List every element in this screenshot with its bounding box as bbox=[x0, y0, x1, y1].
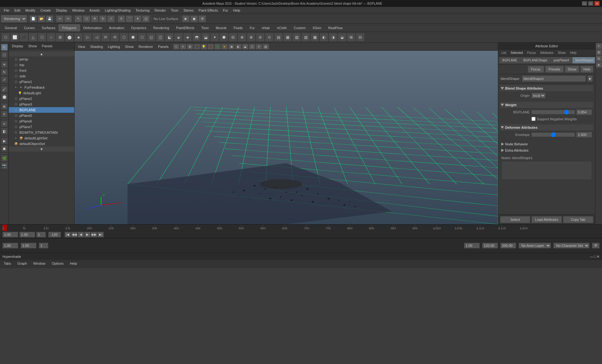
icon-mesh-28[interactable]: ⊗ bbox=[247, 33, 256, 42]
redo-btn[interactable]: ↪ bbox=[64, 15, 72, 22]
vp-icon-shade6[interactable]: ◒ bbox=[242, 44, 248, 49]
attr-tab-selected[interactable]: Selected bbox=[509, 50, 525, 55]
icon-mesh-27[interactable]: ⊕ bbox=[238, 33, 246, 42]
tab-animation[interactable]: Animation bbox=[106, 24, 128, 31]
icon-mesh-17[interactable]: ◱ bbox=[147, 33, 156, 42]
vp-icon-shade1[interactable]: ● bbox=[208, 44, 214, 49]
status-range-end[interactable] bbox=[482, 243, 498, 248]
vp-icon-shade2[interactable]: ● bbox=[214, 44, 221, 49]
icon-mesh-23[interactable]: ⬓ bbox=[201, 33, 210, 42]
icon-mesh-26[interactable]: ⊟ bbox=[229, 33, 237, 42]
vp-icon-grid[interactable]: # bbox=[256, 44, 262, 49]
tab-fur[interactable]: Fur bbox=[246, 24, 258, 31]
play-start-btn[interactable]: |◀ bbox=[65, 232, 71, 237]
tool-snap[interactable]: # bbox=[1, 111, 8, 117]
icon-mesh-22[interactable]: ⬒ bbox=[192, 33, 201, 42]
tab-dynamics[interactable]: Dynamics bbox=[128, 24, 150, 31]
icon-mesh-11[interactable]: ◁ bbox=[92, 33, 101, 42]
far-right-btn-2[interactable]: ⊞ bbox=[596, 49, 602, 55]
menu-edit[interactable]: Edit bbox=[12, 8, 23, 13]
node-tab-blendshape1[interactable]: blendShape1 bbox=[573, 57, 595, 63]
outliner-item-bgplane[interactable]: ⬡ BGPLANE bbox=[9, 107, 74, 113]
icon-mesh-4[interactable]: △ bbox=[29, 33, 37, 42]
node-tab-bgplaneshape[interactable]: BGPLANEShape bbox=[520, 57, 550, 63]
load-attributes-button[interactable]: Load Attributes bbox=[531, 216, 562, 223]
tab-general[interactable]: General bbox=[1, 24, 20, 31]
extra-attributes-row[interactable]: Extra Attributes bbox=[500, 147, 593, 153]
snap-curve-btn[interactable]: ⌒ bbox=[126, 15, 133, 22]
status-time1[interactable] bbox=[3, 243, 18, 248]
menu-texturing[interactable]: Texturing bbox=[133, 8, 152, 13]
icon-display-3[interactable]: ◒ bbox=[338, 33, 346, 42]
status-range-start[interactable] bbox=[464, 243, 480, 248]
status-settings-btn[interactable]: ⚙ bbox=[592, 243, 599, 248]
tool-ipr[interactable]: ◼ bbox=[1, 145, 8, 152]
tab-nhair[interactable]: nHair bbox=[258, 24, 273, 31]
render-btn[interactable]: ▶ bbox=[182, 15, 190, 22]
viewport-canvas[interactable]: X Y Z bbox=[75, 51, 498, 224]
tab-deformation[interactable]: Deformation bbox=[80, 24, 106, 31]
icon-mesh-5[interactable]: ⬡ bbox=[38, 33, 46, 42]
lasso-btn[interactable]: ⬡ bbox=[83, 15, 90, 22]
outliner-item-pplane2[interactable]: ⬡ pPlane2 bbox=[9, 96, 74, 101]
outliner-item-pplane1[interactable]: ⬡ pPlane1 bbox=[9, 79, 74, 85]
hs-menu-tabs[interactable]: Tabs bbox=[1, 261, 13, 266]
outliner-item-defaultobjectset[interactable]: 📦 defaultObjectSet bbox=[9, 141, 74, 147]
tool-rotate[interactable]: ↻ bbox=[1, 69, 8, 75]
outliner-item-pplane6[interactable]: ⬡ pPlane6 bbox=[9, 118, 74, 124]
icon-mesh-15[interactable]: ⬢ bbox=[129, 33, 137, 42]
tab-muscle[interactable]: Muscle bbox=[212, 24, 230, 31]
outliner-scroll-up[interactable]: ▲ bbox=[9, 51, 74, 56]
close-button[interactable]: ✕ bbox=[594, 1, 599, 6]
tab-painteffects[interactable]: PaintEffects bbox=[173, 24, 198, 31]
undo-btn[interactable]: ↩ bbox=[56, 15, 64, 22]
icon-mesh-21[interactable]: ◈ bbox=[183, 33, 192, 42]
tab-curves[interactable]: Curves bbox=[20, 24, 38, 31]
expand-furfeedback[interactable]: ▾ bbox=[14, 86, 18, 89]
icon-display-1[interactable]: ◐ bbox=[319, 33, 328, 42]
expand-defaultlightset[interactable]: ▾ bbox=[14, 136, 18, 140]
vp-icon-3[interactable]: ⊞ bbox=[187, 44, 193, 49]
menu-modify[interactable]: Modify bbox=[23, 8, 38, 13]
far-right-btn-4[interactable]: ◈ bbox=[596, 62, 602, 68]
timeline-current-input[interactable] bbox=[19, 232, 35, 237]
icon-mesh-6[interactable]: ○ bbox=[47, 33, 55, 42]
icon-display-2[interactable]: ◑ bbox=[329, 33, 337, 42]
snap-point-btn[interactable]: ✦ bbox=[134, 15, 141, 22]
section-header-blend-shape[interactable]: Blend Shape Attributes bbox=[500, 85, 593, 92]
icon-mesh-13[interactable]: ⟲ bbox=[110, 33, 119, 42]
tab-display[interactable]: Display bbox=[10, 44, 25, 49]
no-char-set-select[interactable]: No Character Set bbox=[553, 243, 589, 248]
icon-uv-5[interactable]: ▩ bbox=[310, 33, 319, 42]
icon-mesh-9[interactable]: ◈ bbox=[74, 33, 83, 42]
attr-tab-focus[interactable]: Focus bbox=[525, 50, 537, 55]
menu-toon[interactable]: Toon bbox=[168, 8, 181, 13]
step-back-btn[interactable]: ◀◀ bbox=[71, 232, 77, 237]
status-max-end[interactable] bbox=[500, 243, 516, 248]
rendering-dropdown[interactable]: Rendering bbox=[1, 15, 27, 22]
tab-surfaces[interactable]: Surfaces bbox=[38, 24, 59, 31]
icon-anim-2[interactable]: ⊟ bbox=[356, 33, 365, 42]
tab-panels[interactable]: Panels bbox=[40, 44, 55, 49]
tab-polygons[interactable]: Polygons bbox=[59, 24, 80, 31]
outliner-item-side[interactable]: 🎥 side bbox=[9, 73, 74, 79]
menu-paint-effects[interactable]: Paint Effects bbox=[196, 8, 220, 13]
outliner-scroll-down[interactable]: ▼ bbox=[9, 147, 74, 152]
tool-fur[interactable]: 🌿 bbox=[1, 155, 8, 162]
menu-assets[interactable]: Assets bbox=[87, 8, 102, 13]
tool-attr[interactable]: ≡ bbox=[1, 120, 8, 127]
icon-mesh-2[interactable]: ⬜ bbox=[10, 33, 19, 42]
copy-tab-button[interactable]: Copy Tab bbox=[563, 216, 593, 223]
far-right-btn-1[interactable]: ≡ bbox=[596, 43, 602, 49]
icon-anim-1[interactable]: ⊞ bbox=[347, 33, 356, 42]
hs-menu-options[interactable]: Options bbox=[49, 261, 66, 266]
hs-menu-help[interactable]: Help bbox=[67, 261, 80, 266]
outliner-item-defaultlightset[interactable]: ▾ 📦 defaultLightSet bbox=[9, 135, 74, 141]
node-tab-bgplane[interactable]: BGPLANE bbox=[499, 57, 520, 63]
vp-icon-1[interactable]: ⬡ bbox=[173, 44, 179, 49]
outliner-item-pplane7[interactable]: ⬡ pPlane7 bbox=[9, 124, 74, 130]
tool-paint[interactable]: 🖊 bbox=[1, 86, 8, 93]
maximize-button[interactable]: □ bbox=[588, 1, 593, 6]
render-settings-btn[interactable]: ⚙ bbox=[198, 15, 206, 22]
vp-icon-shade3[interactable]: ● bbox=[221, 44, 228, 49]
